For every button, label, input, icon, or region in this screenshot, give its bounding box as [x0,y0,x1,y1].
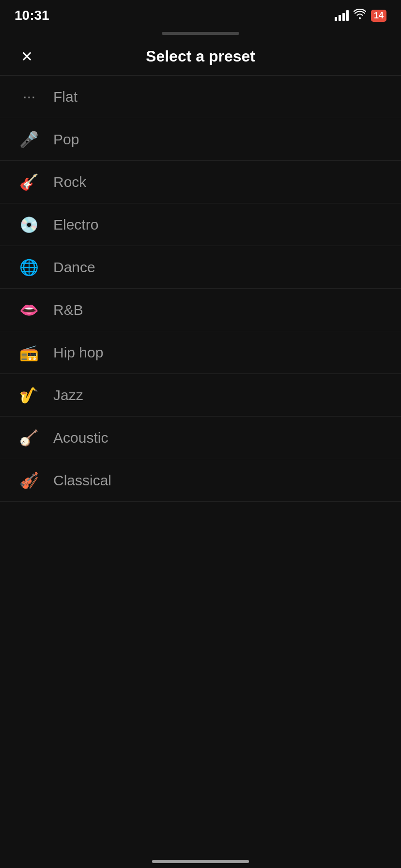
acoustic-label: Acoustic [53,430,108,446]
rock-icon: 🎸 [15,168,44,197]
preset-item-electro[interactable]: 💿Electro [0,203,401,246]
preset-item-classical[interactable]: 🎻Classical [0,459,401,502]
jazz-label: Jazz [53,387,83,403]
drag-handle [0,29,401,40]
close-icon: ✕ [21,48,33,65]
status-bar: 10:31 14 [0,0,401,29]
home-indicator [152,860,249,863]
pop-icon: 🎤 [15,125,44,154]
preset-item-dance[interactable]: 🌐Dance [0,246,401,289]
electro-icon: 💿 [15,210,44,239]
rock-label: Rock [53,174,86,190]
preset-item-hiphop[interactable]: 📻Hip hop [0,331,401,374]
hiphop-icon: 📻 [15,338,44,367]
preset-item-rock[interactable]: 🎸Rock [0,161,401,203]
close-button[interactable]: ✕ [15,45,39,69]
dance-label: Dance [53,259,95,276]
rnb-icon: 👄 [15,295,44,325]
electro-label: Electro [53,217,98,233]
preset-item-jazz[interactable]: 🎷Jazz [0,374,401,417]
preset-item-rnb[interactable]: 👄R&B [0,289,401,331]
battery-level: 14 [374,11,384,21]
flat-icon: ··· [15,82,44,111]
drag-handle-bar [162,32,239,35]
hiphop-label: Hip hop [53,344,103,361]
preset-list: ···Flat🎤Pop🎸Rock💿Electro🌐Dance👄R&B📻Hip h… [0,76,401,502]
jazz-icon: 🎷 [15,381,44,410]
classical-icon: 🎻 [15,466,44,495]
preset-item-pop[interactable]: 🎤Pop [0,118,401,161]
preset-item-flat[interactable]: ···Flat [0,76,401,118]
rnb-label: R&B [53,302,83,318]
header: ✕ Select a preset [0,40,401,75]
classical-label: Classical [53,472,111,489]
acoustic-icon: 🪕 [15,423,44,452]
wifi-icon [354,9,366,22]
flat-label: Flat [53,89,77,105]
signal-icon [335,10,349,21]
preset-item-acoustic[interactable]: 🪕Acoustic [0,417,401,459]
status-icons: 14 [335,9,386,22]
page-title: Select a preset [146,47,255,65]
battery-icon: 14 [371,10,386,22]
status-time: 10:31 [15,8,49,23]
pop-label: Pop [53,131,79,148]
dance-icon: 🌐 [15,253,44,282]
